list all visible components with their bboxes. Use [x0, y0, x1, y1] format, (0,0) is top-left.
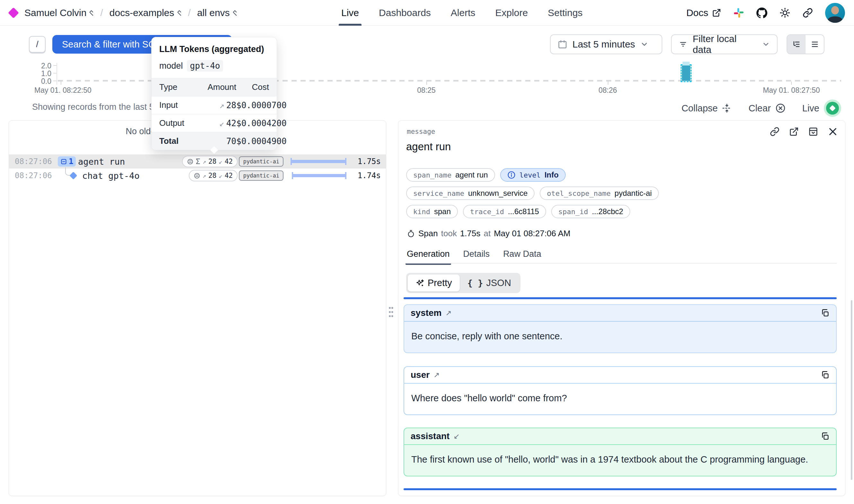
list-view-icon	[810, 40, 819, 49]
message-text: Be concise, reply with one sentence.	[404, 322, 836, 353]
y-tick-label: 1.0	[32, 69, 51, 78]
span-detail-panel: message agent run span_name agent run le…	[398, 120, 845, 496]
output-arrow-icon: ↙	[219, 119, 224, 128]
tooltip-row-input: Input ↗28 $0.0000700	[151, 96, 277, 114]
tab-generation[interactable]: Generation	[407, 249, 450, 265]
attr-pill-level[interactable]: level Info	[500, 168, 566, 182]
copy-icon[interactable]	[821, 371, 830, 379]
collapse-button[interactable]: Collapse	[682, 103, 732, 114]
theme-sun-icon[interactable]	[780, 7, 791, 18]
sparkles-icon	[415, 278, 424, 288]
tooltip-row-output: Output ↙42 $0.0004200	[151, 114, 277, 132]
render-mode-toggle: Pretty { } JSON	[406, 273, 521, 293]
tab-explore[interactable]: Explore	[495, 0, 528, 26]
pretty-toggle[interactable]: Pretty	[408, 274, 460, 291]
trace-time: 08:27:06	[15, 171, 52, 180]
docs-link[interactable]: Docs	[686, 7, 721, 18]
copy-link-icon[interactable]	[770, 127, 780, 137]
token-bar[interactable]	[682, 66, 690, 81]
filter-label: Filter local data	[692, 33, 757, 55]
tab-live[interactable]: Live	[341, 0, 359, 26]
slack-icon[interactable]	[733, 7, 744, 18]
github-icon[interactable]	[757, 7, 767, 18]
token-usage-pill[interactable]: ↗28 ↙42	[189, 170, 238, 181]
live-toggle[interactable]: Live	[802, 100, 841, 117]
json-toggle[interactable]: { } JSON	[460, 274, 519, 291]
collapse-children-badge[interactable]: 1	[58, 156, 76, 167]
duration-bar	[291, 160, 346, 163]
message-card-system: system ↗ Be concise, reply with one sent…	[403, 304, 837, 353]
x-axis-tick	[791, 82, 792, 85]
tab-details[interactable]: Details	[463, 249, 490, 265]
attr-pill-span-name[interactable]: span_name agent run	[406, 168, 495, 182]
chevron-down-icon	[640, 40, 649, 49]
output-tokens: 42	[225, 172, 233, 179]
trace-time: 08:27:06	[15, 157, 52, 166]
tooltip-table-header: Type Amount Cost	[151, 78, 277, 96]
role-label: system	[411, 308, 442, 318]
y-tick-label: 0.0	[32, 77, 51, 86]
tooltip-model-value: gpt-4o	[187, 60, 223, 72]
calendar-icon	[558, 39, 567, 49]
child-count: 1	[69, 157, 73, 166]
org-selector[interactable]: Samuel Colvin	[24, 7, 94, 18]
project-selector[interactable]: docs-examples	[109, 7, 182, 18]
filter-local-data-button[interactable]: Filter local data	[671, 34, 778, 54]
scope-tag[interactable]: pydantic-ai	[239, 156, 284, 167]
attr-pill-kind[interactable]: kind span	[406, 205, 458, 218]
share-link-icon[interactable]	[803, 8, 813, 18]
env-selector[interactable]: all envs	[197, 7, 237, 18]
tree-view-toggle[interactable]	[787, 35, 805, 54]
timing-span-word: Span	[418, 229, 438, 238]
coins-icon	[187, 158, 194, 165]
tooltip-title: LLM Tokens (aggregated)	[151, 44, 277, 54]
clear-button[interactable]: Clear	[748, 103, 785, 114]
attr-pill-service-name[interactable]: service_name unknown_service	[406, 186, 534, 200]
span-name: chat gpt-4o	[82, 171, 140, 181]
tab-dashboards[interactable]: Dashboards	[379, 0, 431, 26]
y-tick-label: 2.0	[32, 61, 51, 70]
attr-pill-trace-id[interactable]: trace_id ...6c8115	[463, 205, 546, 218]
copy-icon[interactable]	[821, 432, 830, 441]
trace-row-chat-gpt4o[interactable]: 08:27:06 chat gpt-4o ↗28 ↙42 pydantic-ai…	[9, 168, 386, 183]
attr-pill-span-id[interactable]: span_id ...28cbc2	[551, 205, 630, 218]
tab-settings[interactable]: Settings	[548, 0, 582, 26]
x-axis-tick	[608, 82, 608, 85]
close-icon[interactable]	[828, 126, 838, 137]
copy-icon[interactable]	[821, 308, 830, 318]
save-view-icon[interactable]	[808, 127, 818, 137]
collapse-label: Collapse	[682, 103, 718, 114]
input-arrow-icon: ↗	[203, 158, 206, 165]
info-icon	[507, 171, 515, 179]
input-arrow-icon: ↗	[219, 101, 224, 110]
tab-alerts[interactable]: Alerts	[451, 0, 475, 26]
time-range-button[interactable]: Last 5 minutes	[550, 34, 662, 54]
user-avatar[interactable]	[825, 3, 845, 23]
x-tick-label: 08:26	[598, 86, 617, 95]
chart-tooltip: LLM Tokens (aggregated) model gpt-4o Typ…	[151, 37, 277, 150]
span-timing: Span took 1.75s at May 01 08:27:06 AM	[407, 229, 570, 238]
json-label: JSON	[486, 278, 511, 288]
braces-icon: { }	[468, 278, 483, 288]
filter-icon	[679, 40, 687, 49]
org-name: Samuel Colvin	[24, 7, 86, 18]
panel-resize-handle[interactable]	[388, 306, 394, 319]
list-view-toggle[interactable]	[805, 35, 824, 54]
slash-shortcut-key: /	[29, 36, 46, 53]
token-usage-pill[interactable]: Σ ↗28 ↙42	[182, 156, 238, 167]
attr-pill-otel-scope[interactable]: otel_scope_name pydantic-ai	[540, 186, 659, 200]
tab-raw-data[interactable]: Raw Data	[503, 249, 541, 265]
scope-tag[interactable]: pydantic-ai	[239, 170, 284, 181]
trace-row-agent-run[interactable]: 08:27:06 1 agent run Σ ↗28 ↙42 pydantic-…	[9, 155, 386, 168]
clear-label: Clear	[748, 103, 770, 114]
message-text: Where does "hello world" come from?	[404, 384, 836, 414]
top-nav: Samuel Colvin / docs-examples / all envs…	[0, 0, 854, 26]
message-text: The first known use of "hello, world" wa…	[404, 445, 836, 476]
time-range-label: Last 5 minutes	[573, 39, 635, 50]
duration-bar	[292, 174, 346, 177]
sigma-icon: Σ	[196, 157, 200, 166]
x-tick-label: May 01. 08:27:50	[763, 86, 820, 95]
open-external-icon[interactable]	[789, 127, 799, 137]
page-scrollbar[interactable]	[851, 300, 852, 480]
span-name: agent run	[78, 157, 125, 167]
